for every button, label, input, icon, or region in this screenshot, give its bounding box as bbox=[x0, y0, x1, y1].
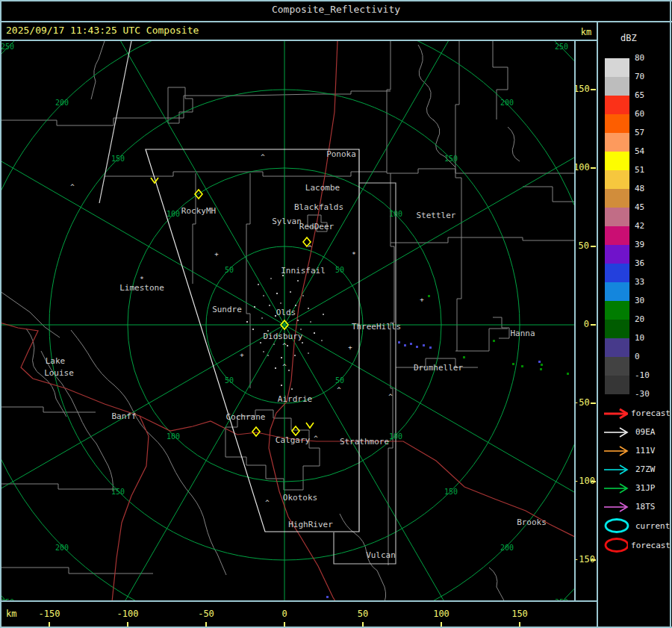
bottom-tick-label: 100 bbox=[433, 609, 449, 619]
scale-tick-label: 80 bbox=[635, 53, 665, 63]
right-axis-unit-label: km bbox=[576, 27, 596, 37]
town-marker: * bbox=[352, 251, 355, 258]
town-marker: + bbox=[420, 296, 424, 303]
scale-tick-label: 51 bbox=[635, 165, 665, 175]
scale-tick-label: 36 bbox=[635, 258, 665, 268]
range-ring-label: 50 bbox=[335, 376, 344, 385]
right-tick bbox=[591, 89, 596, 90]
dbz-colorbar: 807065605754514845423936333020100-10-30 bbox=[605, 58, 671, 409]
legend-item: forecast bbox=[598, 404, 671, 423]
radar-site-arrow-marker bbox=[306, 423, 314, 428]
town-marker: ^ bbox=[314, 435, 318, 442]
city-label: Banff bbox=[111, 411, 136, 421]
town-marker: ^ bbox=[265, 499, 270, 506]
city-label: Ponoka bbox=[326, 149, 356, 159]
legend-label: 27ZW bbox=[635, 464, 656, 474]
right-tick-label: 150 bbox=[573, 84, 589, 94]
radar-site-diamond-marker bbox=[292, 426, 299, 435]
town-marker: + bbox=[240, 351, 244, 358]
frame-map-top bbox=[0, 40, 597, 41]
city-label: Louise bbox=[44, 368, 74, 378]
city-label: Limestone bbox=[119, 283, 164, 293]
city-label: RockyMH bbox=[181, 206, 216, 216]
range-ring-label: 100 bbox=[389, 432, 402, 441]
city-label: Calgary bbox=[276, 435, 311, 445]
scale-band bbox=[605, 245, 629, 264]
range-ring-label: 100 bbox=[389, 210, 402, 218]
scale-band bbox=[605, 376, 629, 394]
legend-arrow-icon bbox=[603, 405, 628, 422]
city-label: RedDeer bbox=[299, 222, 335, 231]
range-ring-label: 200 bbox=[55, 99, 69, 107]
radar-map-canvas: 5050505010010010010015015015015020020020… bbox=[1, 41, 575, 601]
legend-item: current bbox=[598, 516, 671, 535]
legend-arrow-icon bbox=[603, 443, 632, 459]
legend-label: 18TS bbox=[635, 502, 656, 512]
city-label: Vulcan bbox=[366, 550, 396, 560]
scale-tick-label: 42 bbox=[635, 221, 665, 231]
bottom-tick-label: -150 bbox=[39, 609, 60, 619]
scale-band bbox=[605, 77, 629, 96]
range-ring-label: 200 bbox=[500, 544, 514, 552]
town-marker: + bbox=[348, 343, 352, 351]
scale-band bbox=[605, 133, 629, 152]
scale-tick-label: 33 bbox=[635, 277, 665, 287]
scale-tick-label: 48 bbox=[635, 184, 665, 193]
right-tick-label: 100 bbox=[573, 162, 589, 172]
timestamp: 2025/09/17 11:43:25 UTC Composite bbox=[6, 25, 199, 36]
scale-band bbox=[605, 96, 629, 114]
scale-band bbox=[605, 338, 629, 357]
legend-item: 27ZW bbox=[598, 460, 671, 479]
range-ring-label: 150 bbox=[111, 155, 125, 163]
legend-arrow-icon bbox=[603, 461, 632, 478]
city-label: Okotoks bbox=[283, 493, 317, 503]
city-label: Lacombe bbox=[305, 183, 340, 193]
city-label: Innisfail bbox=[281, 266, 326, 276]
right-tick bbox=[591, 167, 596, 169]
frame-right bbox=[670, 0, 671, 628]
scale-band bbox=[605, 301, 629, 320]
town-marker: ^ bbox=[337, 386, 341, 394]
town-marker: ^ bbox=[388, 393, 393, 400]
right-tick-label: -50 bbox=[573, 397, 589, 408]
city-label: Olds bbox=[276, 308, 296, 317]
scale-band bbox=[605, 189, 629, 208]
range-ring-label: 50 bbox=[225, 266, 234, 274]
town-marker: * bbox=[140, 276, 143, 283]
side-panel: dBZ 807065605754514845423936333020100-10… bbox=[598, 22, 671, 627]
city-label: Cochrane bbox=[226, 412, 266, 422]
scale-tick-label: 30 bbox=[635, 296, 665, 305]
right-tick bbox=[591, 324, 596, 326]
legend-item: 09EA bbox=[598, 423, 671, 441]
scale-tick-label: 10 bbox=[635, 333, 665, 343]
scale-band bbox=[605, 58, 629, 77]
legend-ellipse-icon bbox=[603, 517, 632, 534]
town-marker: ^ bbox=[282, 342, 287, 349]
scale-tick-label: 57 bbox=[635, 128, 665, 137]
track-legend: forecast09EA111V27ZW31JP18TScurrentforec… bbox=[598, 404, 671, 555]
city-label: ThreeHills bbox=[352, 322, 401, 332]
right-tick-label: 0 bbox=[573, 319, 589, 329]
city-label: Stettler bbox=[417, 211, 456, 220]
town-marker: ^ bbox=[261, 153, 265, 161]
frame-left bbox=[0, 0, 1, 628]
title-bar: Composite_Reflectivity bbox=[0, 0, 672, 19]
scale-tick-label: -30 bbox=[635, 389, 665, 399]
scale-tick-label: 65 bbox=[635, 90, 665, 100]
legend-label: 09EA bbox=[635, 427, 656, 437]
frame-under-title bbox=[0, 21, 672, 22]
scale-band bbox=[605, 282, 629, 301]
scale-tick-label: 70 bbox=[635, 72, 665, 81]
city-label: Airdrie bbox=[278, 394, 312, 404]
bottom-tick-label: -100 bbox=[117, 609, 139, 619]
right-tick bbox=[591, 559, 596, 561]
legend-ellipse-icon bbox=[603, 537, 628, 553]
bottom-tick-label: 0 bbox=[281, 609, 287, 619]
city-label: Sylvan bbox=[272, 217, 302, 226]
scale-tick-label: 20 bbox=[635, 314, 665, 324]
legend-label: forecast bbox=[631, 408, 671, 418]
city-label: Brooks bbox=[517, 517, 547, 527]
right-tick bbox=[591, 246, 596, 247]
town-marker: ^ bbox=[282, 363, 287, 370]
bottom-tick-label: 150 bbox=[511, 609, 528, 619]
